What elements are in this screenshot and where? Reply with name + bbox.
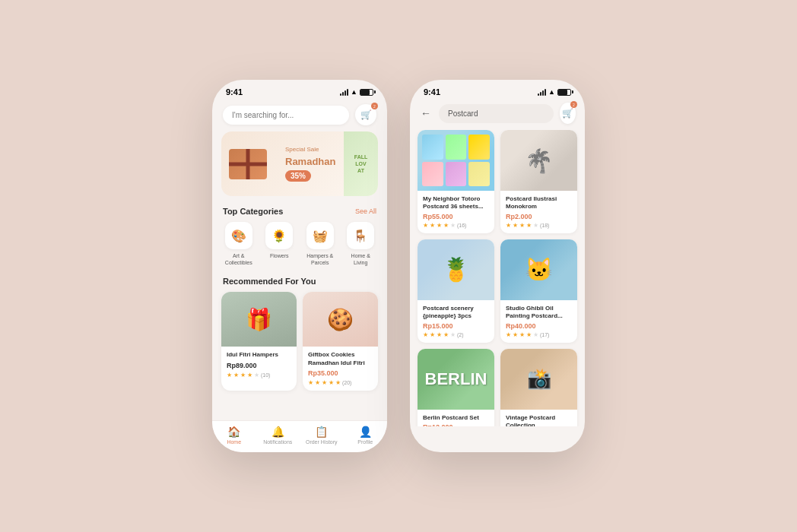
order-nav-icon: 📋 <box>315 426 328 438</box>
signal-icon <box>538 89 546 96</box>
product-info-mono: Postcard Ilustrasi Monokrom Rp2.000 ★ ★ … <box>500 191 577 233</box>
star-icon: ★ <box>506 222 511 229</box>
product-image-ghibli: 🐱 <box>500 239 577 300</box>
reviews-scenery: (2) <box>457 332 464 337</box>
categories-row: 🎨 Art &Collectibles 🌻 Flowers 🧺 Hampers … <box>212 222 387 266</box>
signal-icon <box>340 89 348 96</box>
status-icons-left: ▲ <box>340 88 373 96</box>
notification-nav-icon: 🔔 <box>271 426 284 438</box>
product-card-2[interactable]: 🍪 Giftbox Cookies Ramadhan Idul Fitri Rp… <box>303 292 378 391</box>
star-icon: ★ <box>247 372 252 378</box>
star-icon: ★ <box>423 331 428 338</box>
star-icon: ★ <box>233 372 239 378</box>
back-button[interactable]: ← <box>419 104 433 122</box>
category-art[interactable]: 🎨 Art &Collectibles <box>220 222 258 266</box>
categories-header: Top Categories See All <box>212 204 387 222</box>
nav-order-history[interactable]: 📋 Order History <box>300 426 344 445</box>
star-icon: ★ <box>506 331 511 338</box>
recommended-header: Recommended For You <box>212 274 387 292</box>
reviews-totoro: (16) <box>457 223 466 228</box>
left-phone: 9:41 ▲ 🛒 2 <box>212 80 387 452</box>
time-left: 9:41 <box>226 87 243 97</box>
product-reviews-2: (20) <box>342 380 351 385</box>
product-price-mono: Rp2.000 <box>506 213 572 220</box>
product-card-totoro[interactable]: My Neighbor Totoro Postcard 36 sheets...… <box>418 130 494 233</box>
recommended-row: 🎁 Idul Fitri Hampers Rp89.000 ★ ★ ★ ★ ★ … <box>212 292 387 391</box>
recommended-title: Recommended For You <box>223 277 316 286</box>
product-image-hampers: 🎁 <box>221 292 297 347</box>
product-card-1[interactable]: 🎁 Idul Fitri Hampers Rp89.000 ★ ★ ★ ★ ★ … <box>221 292 297 391</box>
products-grid: My Neighbor Totoro Postcard 36 sheets...… <box>410 130 585 426</box>
product-price-1: Rp89.000 <box>227 362 291 369</box>
cart-button-right[interactable]: 🛒 2 <box>560 103 576 124</box>
star-icon: ★ <box>308 379 313 386</box>
product-name-2: Giftbox Cookies Ramadhan Idul Fitri <box>308 351 373 367</box>
star-icon: ★ <box>526 222 532 229</box>
product-image-vintage: 📸 <box>500 349 577 410</box>
star-icon: ★ <box>335 379 341 386</box>
category-art-label: Art &Collectibles <box>225 252 252 266</box>
right-phone: 9:41 ▲ ← 🛒 2 <box>410 80 585 452</box>
category-hampers[interactable]: 🧺 Hampers &Parcels <box>301 222 339 266</box>
product-card-mono[interactable]: 🌴 Postcard Ilustrasi Monokrom Rp2.000 ★ … <box>500 130 577 233</box>
product-price-ghibli: Rp40.000 <box>506 322 572 330</box>
categories-title: Top Categories <box>223 207 283 216</box>
star-icon: ★ <box>519 331 525 338</box>
star-icon: ★ <box>322 379 327 386</box>
category-flowers-icon: 🌻 <box>265 222 293 249</box>
category-home-label: Home &Living <box>351 252 370 266</box>
product-image-berlin: BERLIN <box>418 349 494 410</box>
star-icon: ★ <box>519 222 525 229</box>
banner-tab: FALLLOVAT <box>344 131 378 196</box>
star-icon: ★ <box>315 379 320 386</box>
product-info-scenery: Postcard scenery {pineapple} 3pcs Rp15.0… <box>418 300 494 343</box>
cart-badge-right: 2 <box>570 101 577 108</box>
product-reviews-1: (10) <box>261 372 270 378</box>
product-price-berlin: Rp12.000 <box>423 423 489 426</box>
product-image-mono: 🌴 <box>500 130 577 191</box>
bottom-nav: 🏠 Home 🔔 Notifications 📋 Order History 👤… <box>212 420 387 452</box>
star-icon: ★ <box>443 331 449 338</box>
product-card-scenery[interactable]: 🍍 Postcard scenery {pineapple} 3pcs Rp15… <box>418 239 494 343</box>
nav-home[interactable]: 🏠 Home <box>212 426 256 445</box>
promo-banner[interactable]: Special Sale Ramadhan 35% FALLLOVAT <box>221 131 378 196</box>
product-info-ghibli: Studio Ghibli Oil Painting Postcard... R… <box>500 300 577 343</box>
product-info-1: Idul Fitri Hampers Rp89.000 ★ ★ ★ ★ ★ (1… <box>221 347 297 382</box>
cart-button[interactable]: 🛒 2 <box>355 104 376 125</box>
category-home[interactable]: 🪑 Home &Living <box>342 222 380 266</box>
star-icon: ★ <box>227 372 232 378</box>
product-name-berlin: Berlin Postcard Set <box>423 414 489 422</box>
nav-profile[interactable]: 👤 Profile <box>344 426 388 445</box>
product-card-vintage[interactable]: 📸 Vintage Postcard Collection Rp25.000 ★… <box>500 349 577 426</box>
category-flowers[interactable]: 🌻 Flowers <box>261 222 299 266</box>
product-card-berlin[interactable]: BERLIN Berlin Postcard Set Rp12.000 ★ ★ … <box>418 349 494 426</box>
star-icon: ★ <box>430 222 435 229</box>
time-right: 9:41 <box>424 87 440 97</box>
nav-notifications[interactable]: 🔔 Notifications <box>256 426 300 445</box>
product-rating-mono: ★ ★ ★ ★ ★ (18) <box>506 222 572 229</box>
product-rating-1: ★ ★ ★ ★ ★ (10) <box>227 372 291 378</box>
star-empty-icon: ★ <box>533 331 538 338</box>
search-input-right[interactable] <box>439 104 554 123</box>
wifi-icon: ▲ <box>351 88 357 96</box>
star-icon: ★ <box>443 222 449 229</box>
star-icon: ★ <box>437 222 442 229</box>
nav-profile-label: Profile <box>357 439 373 445</box>
status-bar-right: 9:41 ▲ <box>410 80 585 100</box>
categories-see-all[interactable]: See All <box>355 207 376 215</box>
cart-badge: 2 <box>371 103 378 109</box>
star-icon: ★ <box>437 331 442 338</box>
product-card-ghibli[interactable]: 🐱 Studio Ghibli Oil Painting Postcard...… <box>500 239 577 343</box>
status-bar-left: 9:41 ▲ <box>212 80 387 100</box>
product-price-2: Rp35.000 <box>308 369 373 377</box>
search-input[interactable] <box>223 106 349 125</box>
star-empty-icon: ★ <box>533 222 538 229</box>
product-name-scenery: Postcard scenery {pineapple} 3pcs <box>423 305 489 321</box>
category-home-icon: 🪑 <box>347 222 374 249</box>
star-empty-icon: ★ <box>450 331 456 338</box>
home-nav-icon: 🏠 <box>227 426 240 438</box>
gift-box-icon <box>229 149 267 179</box>
status-icons-right: ▲ <box>538 88 571 96</box>
product-name-mono: Postcard Ilustrasi Monokrom <box>506 195 572 211</box>
banner-tab-text: FALLLOVAT <box>354 154 368 174</box>
